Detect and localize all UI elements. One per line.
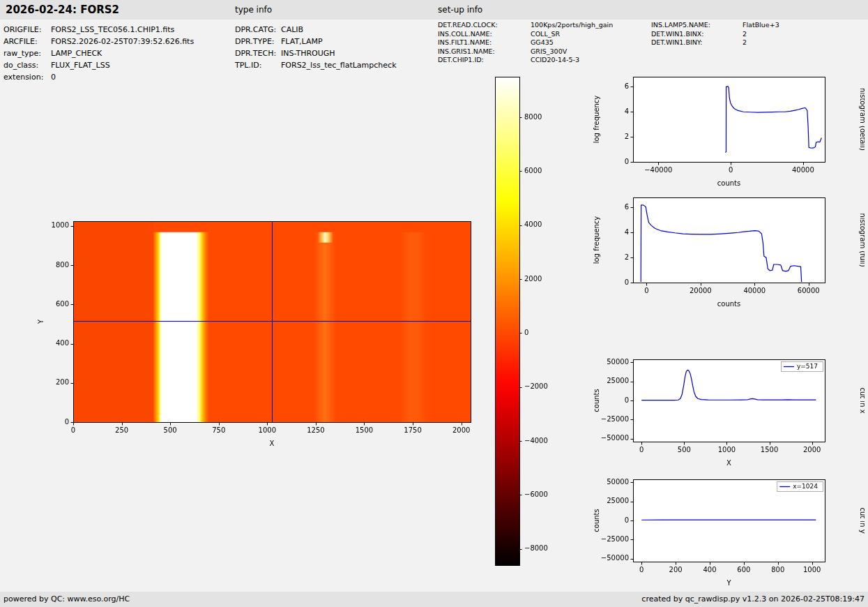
footer-bar: powered by QC: www.eso.org/HC created by… <box>0 592 868 607</box>
footer-left-text: powered by QC: www.eso.org/HC <box>3 594 130 604</box>
info-row: raw_type:LAMP_CHECK <box>3 47 194 59</box>
info-label: DPR.TECH: <box>235 47 281 59</box>
info-value: FLUX_FLAT_LSS <box>51 61 110 70</box>
info-value: 100Kps/2ports/high_gain <box>531 21 613 29</box>
setup-info-heading: set-up info <box>438 5 482 15</box>
info-label: raw_type: <box>3 47 51 59</box>
info-row: DET.WIN1.BINY:2 <box>651 38 779 47</box>
info-label: TPL.ID: <box>235 59 281 71</box>
info-value: CALIB <box>281 25 303 34</box>
info-row: DPR.TECH:INS-THROUGH <box>235 47 397 59</box>
info-row: TPL.ID:FORS2_lss_tec_flatLampcheck <box>235 59 397 71</box>
cut-in-y-plot <box>589 469 865 598</box>
info-row: DPR.TYPE:FLAT,LAMP <box>235 36 397 47</box>
info-label: INS.GRIS1.NAME: <box>438 47 531 57</box>
page-title: 2026-02-24: FORS2 <box>6 3 119 16</box>
info-row: ARCFILE:FORS2.2026-02-25T07:39:52.626.fi… <box>3 36 194 47</box>
type-info-block: DPR.CATG:CALIB DPR.TYPE:FLAT,LAMP DPR.TE… <box>235 24 397 71</box>
info-row: extension:0 <box>3 71 194 83</box>
info-value: COLL_SR <box>531 30 560 38</box>
setup-info-block-1: DET.READ.CLOCK:100Kps/2ports/high_gain I… <box>438 21 613 65</box>
info-label: INS.COLL.NAME: <box>438 30 531 39</box>
info-value: FORS2_lss_tec_flatLampcheck <box>281 61 397 70</box>
info-label: extension: <box>3 71 51 83</box>
info-value: FLAT,LAMP <box>281 37 323 46</box>
info-value: 2 <box>743 38 747 46</box>
header-bar: 2026-02-24: FORS2 type info set-up info <box>0 0 868 20</box>
info-label: ARCFILE: <box>3 36 51 47</box>
info-label: ORIGFILE: <box>3 24 51 36</box>
info-label: DET.WIN1.BINY: <box>651 38 743 47</box>
info-label: INS.FILT1.NAME: <box>438 38 531 47</box>
colorbar <box>481 70 558 572</box>
info-row: DET.CHIP1.ID:CCID20-14-5-3 <box>438 56 613 65</box>
info-row: do_class:FLUX_FLAT_LSS <box>3 59 194 71</box>
info-value: GRIS_300V <box>531 47 567 55</box>
info-value: FORS2_LSS_TEC056.1.CHIP1.fits <box>51 25 174 34</box>
info-value: 2 <box>743 30 747 38</box>
info-value: FORS2.2026-02-25T07:39:52.626.fits <box>51 37 194 46</box>
info-value: LAMP_CHECK <box>51 49 102 58</box>
type-info-heading: type info <box>235 5 272 15</box>
info-row: INS.COLL.NAME:COLL_SR <box>438 30 613 39</box>
info-value: FlatBlue+3 <box>743 21 779 29</box>
info-value: GG435 <box>531 38 554 46</box>
info-label: DET.CHIP1.ID: <box>438 56 531 65</box>
cut-in-x-plot <box>589 349 865 478</box>
setup-info-block-2: INS.LAMP5.NAME:FlatBlue+3 DET.WIN1.BINX:… <box>651 21 779 47</box>
info-row: DET.WIN1.BINX:2 <box>651 30 779 39</box>
info-label: INS.LAMP5.NAME: <box>651 21 743 30</box>
info-value: 0 <box>51 73 56 82</box>
footer-right-text: created by qc_rawdisp.py v1.2.3 on 2026-… <box>641 594 865 604</box>
histogram-detail-plot <box>589 66 865 195</box>
info-row: INS.LAMP5.NAME:FlatBlue+3 <box>651 21 779 30</box>
file-info-block: ORIGFILE:FORS2_LSS_TEC056.1.CHIP1.fits A… <box>3 24 194 83</box>
histogram-full-plot <box>589 187 865 316</box>
info-row: INS.GRIS1.NAME:GRIS_300V <box>438 47 613 57</box>
info-label: DET.WIN1.BINX: <box>651 30 743 39</box>
info-value: INS-THROUGH <box>281 49 335 58</box>
info-row: INS.FILT1.NAME:GG435 <box>438 38 613 47</box>
info-label: DET.READ.CLOCK: <box>438 21 531 30</box>
qc-report-page: 2026-02-24: FORS2 type info set-up info … <box>0 0 868 607</box>
info-value: CCID20-14-5-3 <box>531 56 579 63</box>
info-row: DET.READ.CLOCK:100Kps/2ports/high_gain <box>438 21 613 30</box>
main-image-plot <box>28 202 502 457</box>
info-label: DPR.TYPE: <box>235 36 281 47</box>
info-row: ORIGFILE:FORS2_LSS_TEC056.1.CHIP1.fits <box>3 24 194 36</box>
info-row: DPR.CATG:CALIB <box>235 24 397 36</box>
info-label: do_class: <box>3 59 51 71</box>
info-label: DPR.CATG: <box>235 24 281 36</box>
